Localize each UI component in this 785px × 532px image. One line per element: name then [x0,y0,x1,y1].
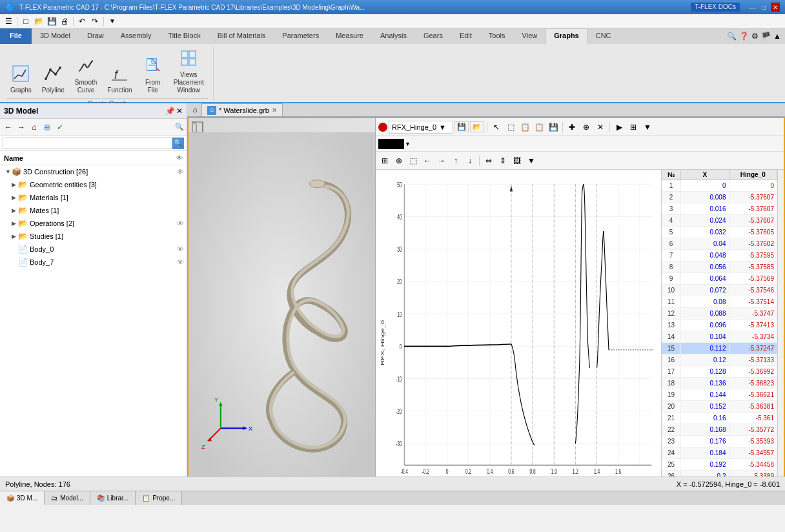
tab-titleblock[interactable]: Title Block [159,28,209,44]
table-row[interactable]: 60.04-5.37602 [662,238,777,250]
gt2-fit-btn[interactable]: ⊞ [378,154,391,167]
tab-tools[interactable]: Tools [480,28,514,44]
tab-measure[interactable]: Measure [327,28,372,44]
views-placement-button[interactable]: ViewsPlacementWindow [170,46,208,97]
gt-grid-btn[interactable]: ⊞ [627,121,640,134]
print-icon[interactable]: 🖨 [59,15,70,27]
gt-cursor-btn[interactable]: ↖ [490,121,503,134]
tree-item-body7[interactable]: 📄 Body_7 👁 [0,256,187,269]
graphs-button[interactable]: Graphs [6,62,36,97]
nav-check-button[interactable]: ✓ [54,121,66,133]
gt2-pan-down-btn[interactable]: ↓ [464,154,476,167]
bottom-tab-library[interactable]: 📚 Librar... [90,491,136,505]
table-row[interactable]: 180.136-5.36823 [662,378,777,389]
tree-item-body0[interactable]: 📄 Body_0 👁 [0,243,187,256]
gt2-pan-up-btn[interactable]: ↑ [449,154,462,167]
gt2-zoom-in-btn[interactable]: ⊕ [392,154,405,167]
gt-add-node2-btn[interactable]: ⊕ [580,121,593,134]
tree-eye-body7[interactable]: 👁 [177,258,184,266]
tab-edit[interactable]: Edit [451,28,480,44]
tree-eye-operations[interactable]: 👁 [177,220,184,227]
gt-copy-btn[interactable]: 📋 [518,121,531,134]
table-row[interactable]: 110.08-5.37514 [662,296,777,308]
tab-view[interactable]: View [514,28,546,44]
table-row[interactable]: 20.008-5.37607 [662,192,777,203]
table-row[interactable]: 160.12-5.37133 [662,354,777,366]
gt-dropdown-btn[interactable]: ▼ [641,121,654,134]
tree-item-studies[interactable]: ▶ 📂 Studies [1] [0,230,187,243]
extra-icon[interactable]: ▼ [107,15,118,27]
table-row[interactable]: 70.048-5.37595 [662,250,777,261]
graph-color-box[interactable] [378,139,404,149]
undo-icon[interactable]: ↶ [76,15,88,27]
nav-back-button[interactable]: ← [3,121,14,133]
bottom-tab-3dm[interactable]: 📦 3D M... [0,491,45,505]
tree-item-geometric[interactable]: ▶ 📂 Geometric entities [3] [0,178,187,191]
table-row[interactable]: 240.184-5.34957 [662,447,777,459]
gt2-pan-left-btn[interactable]: ← [421,154,434,167]
close-button[interactable]: ✕ [771,3,780,12]
tab-assembly[interactable]: Assembly [112,28,160,44]
minimize-button[interactable]: — [748,3,757,12]
panel-pin-icon[interactable]: 📌 [165,107,175,116]
ribbon-help-icon[interactable]: ❓ [739,32,749,41]
tab-parameters[interactable]: Parameters [274,28,327,44]
bottom-tab-properties[interactable]: 📋 Prope... [136,491,182,505]
table-row[interactable]: 210.16-5.361 [662,413,777,424]
nav-add-button[interactable]: ⊕ [41,121,53,133]
from-file-button[interactable]: FromFile [139,54,167,97]
function-button[interactable]: f Function [103,62,136,97]
search-execute-button[interactable]: 🔍 [172,138,184,149]
gt-save2-btn[interactable]: 💾 [547,121,560,134]
panel-close-icon[interactable]: ✕ [176,107,183,116]
table-row[interactable]: 250.192-5.34458 [662,459,777,471]
table-row[interactable]: 50.032-5.37605 [662,227,777,238]
table-row[interactable]: 190.144-5.36621 [662,389,777,401]
table-row[interactable]: 90.064-5.37569 [662,273,777,285]
new-icon[interactable]: □ [20,15,32,27]
doc-tab-close-button[interactable]: ✕ [272,107,277,114]
tree-eye-3dconstruction[interactable]: 👁 [177,168,184,176]
smooth-curve-button[interactable]: SmoothCurve [71,54,101,97]
search-input[interactable] [3,138,172,149]
table-row[interactable]: 40.024-5.37607 [662,215,777,227]
save-icon[interactable]: 💾 [46,15,57,27]
tab-cnc[interactable]: CNC [587,28,620,44]
table-row[interactable]: 170.128-5.36992 [662,366,777,378]
gt2-zoom-x-btn[interactable]: ⇔ [482,154,495,167]
polyline-button[interactable]: Polyline [38,62,68,97]
table-row[interactable]: 200.152-5.36381 [662,401,777,413]
gt2-image-btn[interactable]: 🖼 [511,154,524,167]
maximize-button[interactable]: □ [759,3,768,12]
table-row[interactable]: 130.096-5.37413 [662,320,777,331]
ribbon-flag-icon[interactable]: 🏴 [761,32,771,41]
bottom-tab-model[interactable]: 🗂 Model... [45,491,90,505]
panel-extra-icon[interactable]: 🔍 [175,123,184,131]
gt-play-btn[interactable]: ▶ [613,121,626,134]
tab-draw[interactable]: Draw [79,28,112,44]
table-row[interactable]: 230.176-5.35393 [662,436,777,447]
graph-folder-icon[interactable]: 📂 [470,121,484,132]
open-icon[interactable]: 📂 [33,15,45,27]
gt-add-node-btn[interactable]: ✚ [566,121,578,134]
tab-3dmodel[interactable]: 3D Model [32,28,79,44]
gt2-zoom-rect-btn[interactable]: ⬚ [407,154,420,167]
tree-item-mates[interactable]: ▶ 📂 Mates [1] [0,204,187,217]
ribbon-settings-icon[interactable]: ⚙ [751,32,759,41]
graph-variable-dropdown[interactable]: RFX_Hinge_0 ▼ [389,121,453,134]
table-row[interactable]: 120.088-5.3747 [662,308,777,320]
redo-icon[interactable]: ↷ [89,15,101,27]
table-row[interactable]: 100.072-5.37546 [662,285,777,296]
gt2-zoom-y-btn[interactable]: ⇕ [496,154,509,167]
tab-gears[interactable]: Gears [415,28,451,44]
tab-analysis[interactable]: Analysis [372,28,415,44]
gt2-dropdown-btn[interactable]: ▼ [525,154,538,167]
table-row[interactable]: 30.016-5.37607 [662,203,777,215]
table-row[interactable]: 140.104-5.3734 [662,331,777,343]
tree-item-3dconstruction[interactable]: ▼ 📦 3D Construction [26] 👁 [0,165,187,178]
data-table-scrollbar[interactable] [777,170,784,476]
tree-item-materials[interactable]: ▶ 📂 Materials [1] [0,191,187,204]
gt-select-btn[interactable]: ⬚ [504,121,517,134]
tab-file[interactable]: File [0,28,32,44]
nav-forward-button[interactable]: → [15,121,27,133]
